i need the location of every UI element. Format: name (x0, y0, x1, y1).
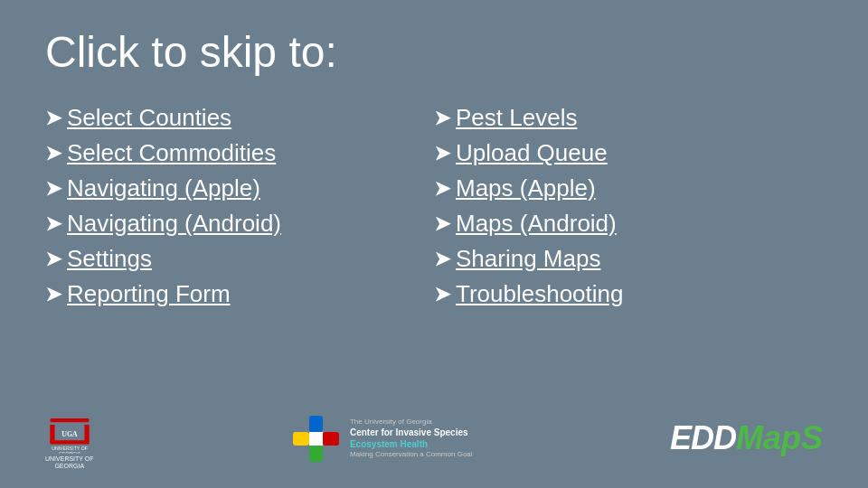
right-link-item-troubleshooting[interactable]: ➤Troubleshooting (434, 278, 823, 310)
uga-arch-icon: UGA UNIVERSITY OF GEORGIA (46, 407, 93, 454)
eddmaps-logo: EDD MapS (670, 419, 823, 457)
center-text-block: The University of Georgia Center for Inv… (350, 418, 473, 460)
center-cross-icon (291, 414, 341, 464)
right-arrow-0: ➤ (434, 107, 450, 130)
left-link-navigating-apple[interactable]: Navigating (Apple) (67, 174, 260, 202)
left-arrow-2: ➤ (45, 177, 61, 201)
svg-rect-10 (309, 446, 323, 462)
left-arrow-1: ➤ (45, 142, 61, 165)
footer: UGA UNIVERSITY OF GEORGIA UNIVERSITY OF … (45, 398, 823, 470)
maps-text: MapS (736, 419, 823, 457)
left-link-item-navigating-apple[interactable]: ➤Navigating (Apple) (45, 173, 434, 204)
left-link-select-counties[interactable]: Select Counties (67, 104, 231, 132)
right-arrow-1: ➤ (434, 142, 450, 165)
right-link-item-maps-apple[interactable]: ➤Maps (Apple) (434, 173, 823, 204)
svg-rect-2 (84, 425, 89, 442)
svg-text:UNIVERSITY OF: UNIVERSITY OF (52, 445, 88, 450)
uga-logo: UGA UNIVERSITY OF GEORGIA UNIVERSITY OF … (45, 407, 94, 471)
center-line2: Center for Invasive Species (350, 427, 473, 438)
left-link-item-select-counties[interactable]: ➤Select Counties (45, 102, 434, 134)
uga-label1: UNIVERSITY OF (45, 455, 94, 463)
right-arrow-5: ➤ (434, 283, 450, 306)
left-link-item-navigating-android[interactable]: ➤Navigating (Android) (45, 208, 434, 239)
left-arrow-3: ➤ (45, 212, 61, 236)
left-link-item-settings[interactable]: ➤Settings (45, 243, 434, 275)
left-arrow-4: ➤ (45, 248, 61, 271)
svg-rect-7 (309, 416, 323, 432)
center-logo: The University of Georgia Center for Inv… (291, 414, 473, 464)
links-section: ➤Select Counties➤Select Commodities➤Navi… (45, 102, 823, 398)
left-arrow-5: ➤ (45, 283, 61, 306)
slide: Click to skip to: ➤Select Counties➤Selec… (0, 0, 868, 488)
svg-rect-8 (293, 432, 309, 446)
uga-label2: GEORGIA (45, 463, 94, 470)
svg-rect-3 (50, 440, 89, 444)
center-line4: Making Conservation a Common Goal (350, 450, 473, 459)
svg-text:UGA: UGA (61, 430, 78, 438)
right-link-item-sharing-maps[interactable]: ➤Sharing Maps (434, 243, 823, 275)
left-link-select-commodities[interactable]: Select Commodities (67, 139, 276, 167)
left-link-item-select-commodities[interactable]: ➤Select Commodities (45, 137, 434, 169)
left-column: ➤Select Counties➤Select Commodities➤Navi… (45, 102, 434, 398)
right-arrow-3: ➤ (434, 212, 450, 236)
right-arrow-2: ➤ (434, 177, 450, 201)
center-line1: The University of Georgia (350, 418, 473, 427)
right-link-sharing-maps[interactable]: Sharing Maps (456, 245, 600, 273)
center-line3: Ecosystem Health (350, 438, 473, 450)
right-link-item-maps-android[interactable]: ➤Maps (Android) (434, 208, 823, 239)
right-link-maps-apple[interactable]: Maps (Apple) (456, 174, 596, 202)
left-link-settings[interactable]: Settings (67, 245, 152, 273)
right-link-item-upload-queue[interactable]: ➤Upload Queue (434, 137, 823, 169)
right-link-maps-android[interactable]: Maps (Android) (456, 210, 617, 238)
svg-rect-1 (50, 425, 54, 442)
left-link-item-reporting-form[interactable]: ➤Reporting Form (45, 278, 434, 310)
svg-rect-0 (50, 418, 89, 422)
left-arrow-0: ➤ (45, 107, 61, 130)
page-title: Click to skip to: (45, 27, 823, 77)
left-link-reporting-form[interactable]: Reporting Form (67, 280, 231, 308)
svg-text:GEORGIA: GEORGIA (59, 450, 81, 453)
right-link-item-pest-levels[interactable]: ➤Pest Levels (434, 102, 823, 134)
right-arrow-4: ➤ (434, 248, 450, 271)
right-link-upload-queue[interactable]: Upload Queue (456, 139, 608, 167)
svg-rect-11 (309, 432, 323, 446)
left-link-navigating-android[interactable]: Navigating (Android) (67, 210, 281, 238)
right-link-pest-levels[interactable]: Pest Levels (456, 104, 577, 132)
svg-rect-9 (323, 432, 339, 446)
edd-text: EDD (670, 419, 736, 457)
right-link-troubleshooting[interactable]: Troubleshooting (456, 280, 624, 308)
right-column: ➤Pest Levels➤Upload Queue➤Maps (Apple)➤M… (434, 102, 823, 398)
